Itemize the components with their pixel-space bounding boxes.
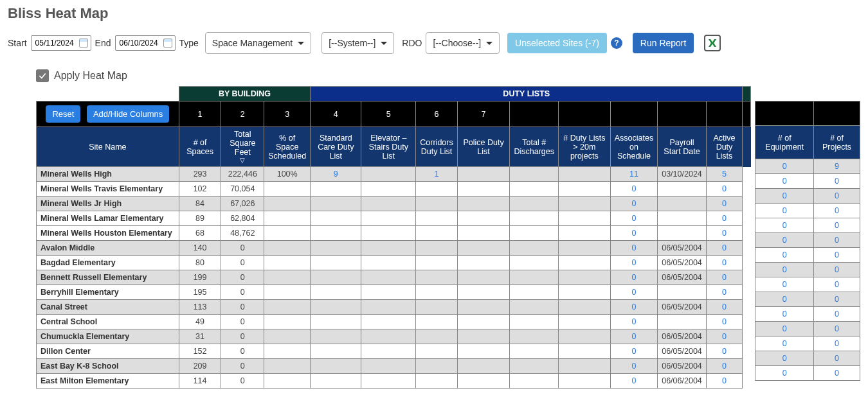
col-num[interactable]: 4 (311, 101, 361, 127)
table-row[interactable]: Mineral Wells Houston Elementary6848,762… (37, 226, 751, 241)
table-row[interactable]: 00 (755, 248, 860, 263)
col-site-name[interactable]: Site Name (37, 127, 179, 167)
table-row[interactable]: Bennett Russell Elementary1990006/05/200… (37, 270, 751, 285)
table-row[interactable]: Mineral Wells Jr High8467,02600 (37, 197, 751, 211)
table-row[interactable]: Bagdad Elementary800006/05/20040 (37, 256, 751, 270)
add-hide-columns-button[interactable]: Add/Hide Columns (87, 105, 169, 123)
cell (457, 211, 510, 226)
col-associates[interactable]: Associates on Schedule (610, 127, 657, 167)
end-date-input[interactable] (118, 38, 163, 48)
cell (457, 256, 510, 270)
cell: 0 (706, 270, 742, 285)
table-row[interactable]: 00 (755, 263, 860, 277)
apply-heat-map-checkbox[interactable] (36, 69, 49, 82)
table-row[interactable]: 00 (755, 322, 860, 337)
table-row[interactable]: East Bay K-8 School2090006/05/20040 (37, 359, 751, 374)
cell: 0 (610, 270, 657, 285)
end-date-field[interactable] (115, 35, 176, 51)
cell: 0 (814, 351, 860, 366)
col-num[interactable]: 1 (179, 101, 221, 127)
cell: 0 (610, 241, 657, 256)
system-dropdown[interactable]: [--System--] (321, 32, 394, 54)
rdo-dropdown[interactable]: [--Choose--] (426, 32, 500, 54)
export-excel-icon[interactable] (704, 35, 721, 51)
table-row[interactable]: 00 (755, 366, 860, 381)
cell: 0 (610, 374, 657, 389)
cell (416, 285, 457, 300)
cell (361, 226, 416, 241)
site: Berryhill Elementary (37, 285, 179, 300)
col-num[interactable]: 6 (416, 101, 457, 127)
cell (558, 329, 610, 344)
cell: 100% (264, 167, 311, 182)
table-row[interactable]: Berryhill Elementary195000 (37, 285, 751, 300)
col-std-care[interactable]: Standard Care Duty List (311, 127, 361, 167)
run-report-button[interactable]: Run Report (633, 33, 694, 53)
table-row[interactable]: Canal Street1130006/05/20040 (37, 300, 751, 315)
cell: 48,762 (221, 226, 264, 241)
table-row[interactable]: 09 (755, 159, 860, 174)
start-date-input[interactable] (34, 38, 79, 48)
col-active-duty[interactable]: Active Duty Lists (706, 127, 742, 167)
col-num[interactable]: 5 (361, 101, 416, 127)
table-row[interactable]: 00 (755, 218, 860, 233)
table-row[interactable]: 00 (755, 277, 860, 292)
col-pct-scheduled[interactable]: % of Space Scheduled (264, 127, 311, 167)
table-row[interactable]: 00 (755, 337, 860, 351)
col-num[interactable]: 7 (457, 101, 510, 127)
cell (457, 182, 510, 197)
cell (510, 182, 559, 197)
col-corridors[interactable]: Corridors Duty List (416, 127, 457, 167)
cell (264, 285, 311, 300)
cell (311, 374, 361, 389)
col-num[interactable]: 3 (264, 101, 311, 127)
reset-button[interactable]: Reset (46, 105, 80, 123)
table-row[interactable]: East Milton Elementary1140006/06/20040 (37, 374, 751, 389)
col-police[interactable]: Police Duty List (457, 127, 510, 167)
table-row[interactable]: 00 (755, 189, 860, 204)
cell (416, 344, 457, 359)
calendar-icon[interactable] (79, 39, 88, 48)
table-row[interactable]: 00 (755, 204, 860, 218)
col-discharges[interactable]: Total # Discharges (510, 127, 559, 167)
heatmap-side-table: # of Equipment # of Projects 09000000000… (755, 86, 860, 381)
cell: 89 (179, 211, 221, 226)
site: East Bay K-8 School (37, 359, 179, 374)
col-payroll-start[interactable]: Payroll Start Date (658, 127, 707, 167)
cell (311, 197, 361, 211)
cell: 0 (755, 307, 814, 322)
col-projects[interactable]: # of Projects (814, 126, 860, 159)
col-elevator[interactable]: Elevator – Stairs Duty List (361, 127, 416, 167)
col-equipment[interactable]: # of Equipment (755, 126, 814, 159)
cell (457, 315, 510, 329)
cell: 06/06/2004 (658, 374, 707, 389)
table-row[interactable]: Dillon Center1520006/05/20040 (37, 344, 751, 359)
unselected-sites-button[interactable]: Unselected Sites (-7) (507, 33, 607, 53)
table-row[interactable]: 00 (755, 174, 860, 189)
table-row[interactable]: Central School49000 (37, 315, 751, 329)
cell (416, 182, 457, 197)
cell (457, 329, 510, 344)
table-row[interactable]: 00 (755, 351, 860, 366)
start-date-field[interactable] (31, 35, 91, 51)
table-row[interactable]: Avalon Middle1400006/05/20040 (37, 241, 751, 256)
col-num[interactable]: 2 (221, 101, 264, 127)
col-duty20m[interactable]: # Duty Lists > 20m projects (558, 127, 610, 167)
col-spaces[interactable]: # of Spaces (179, 127, 221, 167)
type-dropdown[interactable]: Space Management (205, 32, 311, 54)
help-icon[interactable]: ? (611, 37, 622, 49)
table-row[interactable]: 00 (755, 233, 860, 248)
calendar-icon[interactable] (163, 39, 172, 48)
table-row[interactable]: 00 (755, 307, 860, 322)
table-row[interactable]: Mineral Wells Travis Elementary10270,054… (37, 182, 751, 197)
table-row[interactable]: Mineral Wells High293222,446100%911103/1… (37, 167, 751, 182)
cell: 0 (814, 307, 860, 322)
cell: 0 (814, 322, 860, 337)
table-row[interactable]: Mineral Wells Lamar Elementary8962,80400 (37, 211, 751, 226)
start-label: Start (8, 38, 27, 48)
cell (311, 285, 361, 300)
table-row[interactable]: Chumuckla Elementary310006/05/20040 (37, 329, 751, 344)
table-row[interactable]: 00 (755, 292, 860, 307)
col-sqft[interactable]: Total Square Feet (221, 127, 264, 167)
cell: 0 (221, 256, 264, 270)
